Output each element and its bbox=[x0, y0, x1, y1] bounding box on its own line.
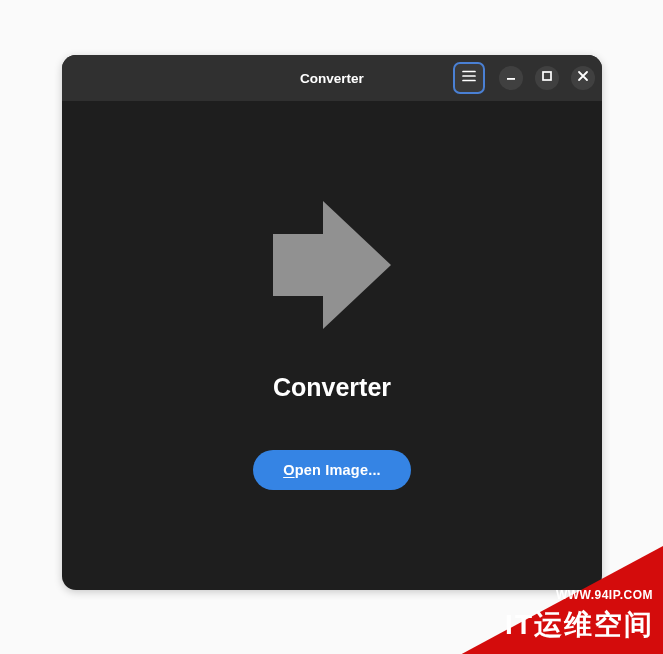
open-image-button[interactable]: Open Image... bbox=[253, 450, 411, 490]
mnemonic-char: O bbox=[283, 462, 294, 478]
app-title: Converter bbox=[273, 373, 391, 402]
menu-button[interactable] bbox=[453, 62, 485, 94]
minimize-button[interactable] bbox=[499, 66, 523, 90]
close-icon bbox=[571, 64, 595, 92]
watermark-main: IT运维空间 bbox=[505, 606, 654, 644]
minimize-icon bbox=[499, 64, 523, 92]
hamburger-icon bbox=[461, 68, 477, 88]
open-button-rest: pen Image... bbox=[295, 462, 381, 478]
main-content: Converter Open Image... bbox=[62, 101, 602, 590]
svg-rect-0 bbox=[507, 78, 515, 80]
maximize-button[interactable] bbox=[535, 66, 559, 90]
titlebar-controls bbox=[453, 62, 595, 94]
arrow-right-icon bbox=[273, 201, 391, 333]
maximize-icon bbox=[535, 64, 559, 92]
app-window: Converter bbox=[62, 55, 602, 590]
titlebar: Converter bbox=[62, 55, 602, 101]
svg-marker-2 bbox=[273, 201, 391, 329]
watermark-url: WWW.94IP.COM bbox=[556, 588, 653, 602]
svg-rect-1 bbox=[543, 72, 551, 80]
close-button[interactable] bbox=[571, 66, 595, 90]
